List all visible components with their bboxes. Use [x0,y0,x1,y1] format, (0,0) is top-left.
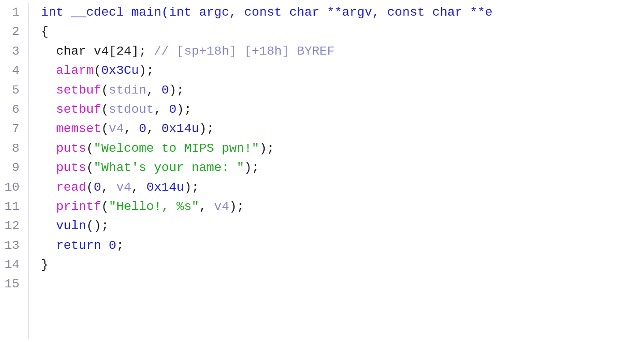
code-token [41,103,56,116]
code-token: // [154,44,176,58]
code-token: ( [101,83,109,97]
code-token: ( [94,64,101,77]
line-number: 11 [4,197,20,216]
code-token: ( [101,200,109,214]
code-token: v4 [116,180,132,194]
code-token: printf [56,200,101,214]
code-token: , [199,200,215,214]
code-token: "Welcome to MIPS pwn!" [94,141,259,155]
line-number: 15 [4,274,20,294]
code-token: ( [86,180,94,194]
code-token: "Hello!, %s" [109,200,199,214]
code-line: memset(v4, 0, 0x14u); [41,119,644,138]
code-token: ); [199,122,215,136]
code-token [41,64,56,77]
code-token: int __cdecl main(int argc, const char **… [41,5,493,19]
code-token: char v4[24]; [41,44,154,58]
code-token: ( [86,141,94,155]
code-token: 0 [161,83,169,97]
code-token [41,141,56,155]
code-line: int __cdecl main(int argc, const char **… [41,3,644,22]
code-token: [sp+18h] [+18h] BYREF [176,44,335,58]
line-numbers: 123456789101112131415 [0,3,29,339]
code-token: "What's your name: " [94,161,244,175]
code-token: ); [229,200,245,214]
code-token: 0 [169,103,176,116]
code-token: 0 [94,180,101,194]
line-number: 8 [4,139,20,158]
code-token: ( [101,103,109,116]
code-line: setbuf(stdin, 0); [41,81,644,100]
code-token: v4 [214,200,229,214]
code-token: , [154,103,169,116]
code-line: vuln(); [41,216,644,235]
code-line: return 0; [41,236,644,255]
code-token: vuln [56,219,86,233]
code-token: v4 [109,122,124,136]
line-number: 2 [4,22,20,41]
code-token: ); [139,64,154,77]
code-token [101,239,109,252]
line-number: 5 [4,81,20,100]
code-token: , [101,180,116,194]
code-token: (); [86,219,108,233]
code-token: 0x14u [162,122,199,136]
code-token: read [56,180,86,194]
code-editor: 123456789101112131415 int __cdecl main(i… [0,0,644,342]
code-token [41,239,56,252]
code-token: memset [56,122,101,136]
code-token: alarm [56,64,94,77]
code-token: ); [244,161,259,175]
code-token: ); [176,103,192,116]
code-token: puts [56,141,86,155]
code-token: ); [169,83,184,97]
code-token: ( [86,161,94,175]
code-line: alarm(0x3Cu); [41,61,644,80]
code-token [41,180,56,194]
code-token: ( [101,122,109,136]
code-token: ; [116,239,124,252]
line-number: 7 [4,119,20,138]
code-token: stdout [109,103,154,116]
code-token: } [41,258,49,272]
code-token: setbuf [56,83,101,97]
code-token: , [146,83,162,97]
code-line: puts("Welcome to MIPS pwn!"); [41,139,644,158]
code-token [41,83,56,97]
code-line: puts("What's your name: "); [41,158,644,177]
code-line: setbuf(stdout, 0); [41,100,644,119]
code-line: printf("Hello!, %s", v4); [41,197,644,216]
line-number: 3 [4,42,20,61]
code-token: 0 [139,122,146,136]
line-number: 4 [4,61,20,80]
code-token: ); [259,141,275,155]
code-line: { [41,22,644,41]
code-line: read(0, v4, 0x14u); [41,178,644,197]
code-line: char v4[24]; // [sp+18h] [+18h] BYREF [41,42,644,61]
code-token [41,200,56,214]
code-token: puts [56,161,86,175]
code-token: setbuf [56,103,101,116]
line-number: 13 [4,236,20,255]
code-token: stdin [109,83,146,97]
code-token [41,161,56,175]
code-line: } [41,255,644,274]
code-content: int __cdecl main(int argc, const char **… [29,3,644,339]
line-number: 12 [4,216,20,235]
code-token: { [41,25,49,38]
line-number: 1 [4,3,20,22]
line-number: 9 [4,158,20,177]
code-token: ); [184,180,199,194]
code-token: , [124,122,139,136]
code-token: return [56,239,101,252]
line-number: 14 [4,255,20,274]
line-number: 10 [4,178,20,197]
code-token: 0x3Cu [101,64,139,77]
code-token: 0x14u [146,180,184,194]
code-token: 0 [109,239,116,252]
code-token [41,122,56,136]
line-number: 6 [4,100,20,119]
code-token: , [146,122,162,136]
code-token: , [131,180,146,194]
code-token [41,219,56,233]
